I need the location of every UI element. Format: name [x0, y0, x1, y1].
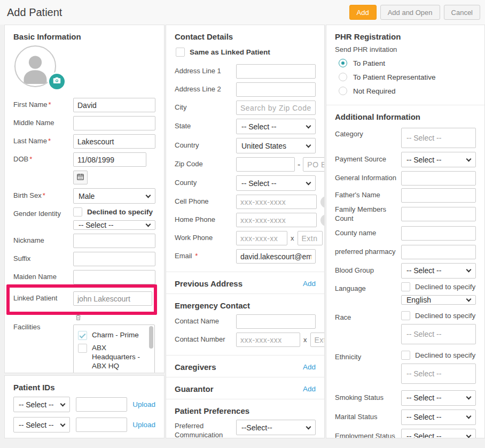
birth-sex-select[interactable]: Male [73, 188, 155, 204]
city-field[interactable] [236, 101, 316, 115]
chevron-down-icon [466, 267, 472, 273]
linked-patient-row: Linked Patient [13, 291, 155, 306]
add-and-open-button[interactable]: Add and Open [380, 5, 440, 20]
contact-name-field[interactable] [236, 314, 316, 329]
zip-code-row: Zip Code - [175, 157, 316, 172]
previous-address-section: Previous Address Add [166, 272, 324, 293]
address-line-2-field[interactable] [236, 82, 316, 97]
po-box-field[interactable] [303, 157, 325, 172]
preferred-pharmacy-field[interactable] [401, 245, 476, 259]
maiden-name-label: Maiden Name [13, 273, 73, 282]
zip-code-field[interactable] [236, 157, 295, 172]
last-name-field[interactable] [73, 134, 155, 149]
gender-identity-label: Gender Identity [13, 207, 73, 219]
language-row: Language Declined to specify English [335, 282, 476, 305]
family-members-count-field[interactable] [401, 207, 476, 221]
patient-id-field-2[interactable] [76, 418, 127, 432]
smoking-status-select[interactable]: -- Select -- [401, 390, 476, 406]
language-declined-checkbox[interactable] [401, 282, 410, 291]
race-declined-checkbox[interactable] [401, 311, 410, 320]
county-select[interactable]: -- Select -- [236, 175, 316, 191]
gender-identity-select[interactable]: -- Select -- [73, 220, 155, 230]
cell-phone-label: Cell Phone [175, 197, 236, 206]
patient-id-type-select-2[interactable]: -- Select -- [13, 417, 70, 432]
race-select[interactable]: -- Select -- [401, 324, 476, 344]
preferred-communication-select[interactable]: --Select-- [236, 420, 316, 435]
payment-source-select[interactable]: -- Select -- [401, 152, 476, 167]
emergency-contact-section: Emergency Contact Contact Name Contact N… [166, 294, 324, 355]
preferred-communication-label: Preferred Communication [175, 420, 236, 438]
country-label: Country [175, 141, 236, 150]
guarantor-add-link[interactable]: Add [303, 385, 316, 393]
gender-identity-declined-checkbox[interactable] [73, 207, 82, 217]
contact-details-title: Contact Details [175, 32, 316, 41]
home-phone-preferred-button[interactable]: P [320, 214, 325, 226]
phr-option-row: To Patient Representative [339, 73, 476, 81]
cell-phone-field[interactable] [236, 195, 317, 209]
same-as-linked-patient-checkbox[interactable] [176, 48, 185, 57]
race-declined-row: Declined to specify [401, 311, 476, 320]
blood-group-select[interactable]: -- Select -- [401, 263, 476, 279]
middle-name-row: Middle Name [13, 116, 155, 130]
linked-patient-label: Linked Patient [13, 294, 73, 303]
payment-source-label: Payment Source [335, 155, 401, 164]
home-phone-field[interactable] [236, 213, 317, 227]
to-patient-representative-radio[interactable] [339, 73, 347, 81]
chevron-down-icon [60, 421, 66, 427]
ethnicity-select[interactable]: -- Select -- [401, 364, 476, 384]
camera-icon [52, 76, 61, 87]
dob-field[interactable] [73, 152, 146, 167]
general-information-field[interactable] [401, 171, 476, 186]
employment-status-row: Employment Status -- Select -- [335, 429, 476, 438]
linked-patient-field[interactable] [73, 291, 152, 306]
cell-phone-preferred-button[interactable]: P [320, 196, 325, 208]
country-select[interactable]: United States [236, 138, 316, 153]
upload-link-2[interactable]: Upload [132, 421, 155, 429]
patient-id-type-select-1[interactable]: -- Select -- [13, 397, 70, 412]
county-row: County -- Select -- [175, 175, 316, 191]
address-line-1-field[interactable] [236, 64, 316, 79]
email-row: Email * [175, 249, 316, 264]
contact-number-extn-field[interactable] [310, 333, 325, 347]
add-patient-page: Add Patient Add Add and Open Cancel Basi… [0, 0, 485, 448]
nickname-field[interactable] [73, 234, 155, 248]
chevron-down-icon [306, 142, 311, 148]
maiden-name-field[interactable] [73, 270, 155, 284]
work-phone-field[interactable] [236, 231, 287, 245]
suffix-field[interactable] [73, 252, 155, 266]
facilities-scrollbar[interactable] [149, 326, 153, 349]
trash-icon[interactable] [75, 313, 155, 323]
patient-id-field-1[interactable] [76, 397, 127, 412]
upload-photo-button[interactable] [48, 72, 66, 91]
state-select[interactable]: -- Select -- [236, 119, 316, 134]
middle-name-field[interactable] [73, 116, 155, 130]
facility-checkbox-abx-headquarters[interactable] [78, 344, 87, 353]
employment-status-select[interactable]: -- Select -- [401, 429, 476, 438]
add-button[interactable]: Add [349, 5, 377, 20]
language-select[interactable]: English [401, 295, 476, 305]
email-field[interactable] [236, 249, 316, 264]
ethnicity-declined-checkbox[interactable] [401, 351, 410, 360]
patient-id-row: -- Select -- Upload [13, 417, 155, 432]
cancel-button[interactable]: Cancel [444, 5, 480, 20]
upload-link-1[interactable]: Upload [132, 400, 155, 408]
caregivers-add-link[interactable]: Add [303, 363, 316, 371]
payment-source-row: Payment Source -- Select -- [335, 152, 476, 167]
preferred-pharmacy-row: preferred pharmacy [335, 245, 476, 259]
county-name-field[interactable] [401, 226, 476, 241]
gender-identity-row: Gender Identity Declined to specify -- S… [13, 207, 155, 230]
to-patient-radio[interactable] [339, 59, 347, 67]
not-required-radio[interactable] [339, 87, 347, 95]
work-phone-extn-field[interactable] [298, 231, 323, 245]
email-label: Email * [175, 252, 236, 261]
calendar-button[interactable] [73, 171, 88, 184]
fathers-name-field[interactable] [401, 188, 476, 203]
contact-number-row: Contact Number x [175, 333, 316, 347]
contact-number-field[interactable] [236, 333, 300, 347]
first-name-field[interactable] [73, 98, 155, 112]
category-select[interactable]: -- Select -- [401, 128, 476, 148]
marital-status-select[interactable]: -- Select -- [401, 410, 476, 425]
category-label: Category [335, 128, 401, 139]
previous-address-add-link[interactable]: Add [303, 280, 316, 288]
facility-checkbox-charm-prime[interactable] [78, 331, 87, 340]
